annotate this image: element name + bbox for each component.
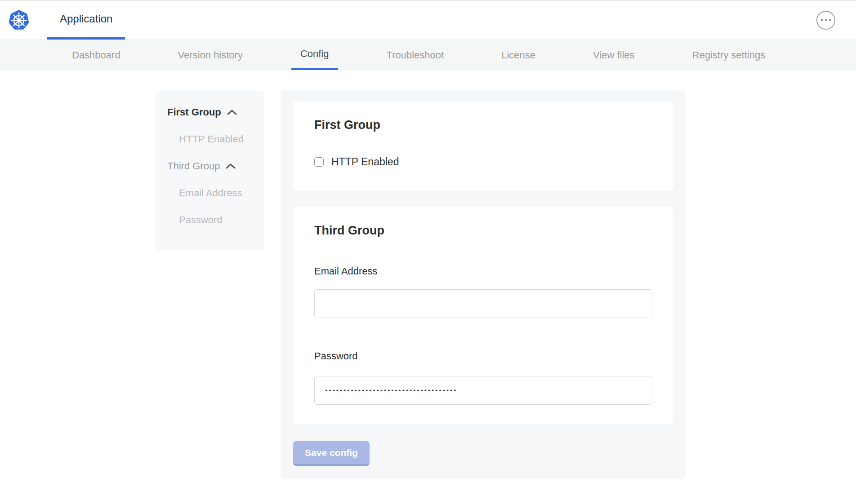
app-tab-label: Application (60, 13, 112, 25)
group-title: First Group (314, 118, 652, 132)
sidebar-group-third-group[interactable]: Third Group (155, 160, 264, 172)
more-options-button[interactable] (816, 11, 835, 30)
ellipsis-icon (829, 19, 831, 21)
kubernetes-logo-icon (8, 9, 30, 31)
email-address-input[interactable] (314, 289, 652, 318)
tab-troubleshoot[interactable]: Troubleshoot (378, 40, 453, 70)
app-header: Application (0, 0, 856, 40)
header-spacer (125, 0, 816, 40)
sidebar-item-label: Password (179, 214, 223, 226)
tab-label: Config (300, 48, 329, 60)
config-group-card-first-group: First Group HTTP Enabled (293, 101, 673, 191)
ellipsis-icon (821, 19, 823, 21)
config-group-card-third-group: Third Group Email Address Password (293, 207, 673, 424)
tab-label: Registry settings (692, 49, 766, 61)
tab-label: Version history (178, 49, 243, 61)
http-enabled-field: HTTP Enabled (314, 156, 652, 168)
sidebar-item-label: Email Address (179, 187, 242, 199)
email-address-label: Email Address (314, 265, 652, 277)
save-config-button[interactable]: Save config (293, 441, 370, 466)
password-label: Password (314, 350, 652, 362)
tab-license[interactable]: License (492, 40, 544, 70)
secondary-nav: Dashboard Version history Config Trouble… (0, 40, 856, 70)
chevron-up-icon (227, 110, 237, 115)
tab-label: License (501, 49, 535, 61)
http-enabled-label[interactable]: HTTP Enabled (331, 156, 399, 168)
tab-label: Dashboard (72, 49, 120, 61)
group-title: Third Group (314, 224, 652, 238)
tab-config[interactable]: Config (291, 40, 338, 70)
sidebar-group-first-group[interactable]: First Group (155, 106, 264, 118)
config-groups-sidebar: First Group HTTP Enabled Third Group Ema… (155, 90, 264, 251)
ellipsis-icon (825, 19, 827, 21)
tab-registry-settings[interactable]: Registry settings (683, 40, 775, 70)
sidebar-group-label: First Group (167, 106, 221, 118)
sidebar-group-label: Third Group (167, 160, 220, 172)
password-input[interactable] (314, 376, 652, 405)
tab-dashboard[interactable]: Dashboard (63, 40, 129, 70)
tab-view-files[interactable]: View files (584, 40, 644, 70)
config-panel: First Group HTTP Enabled Third Group Ema… (281, 90, 686, 479)
sidebar-item-label: HTTP Enabled (179, 133, 244, 145)
http-enabled-checkbox[interactable] (314, 157, 324, 167)
tab-label: Troubleshoot (387, 49, 444, 61)
kubernetes-logo[interactable] (8, 9, 30, 31)
sidebar-item-email-address[interactable]: Email Address (155, 187, 264, 199)
tab-version-history[interactable]: Version history (169, 40, 252, 70)
sidebar-item-http-enabled[interactable]: HTTP Enabled (155, 133, 264, 145)
tab-label: View files (593, 49, 635, 61)
chevron-up-icon (226, 164, 236, 169)
tab-application[interactable]: Application (47, 0, 125, 40)
sidebar-item-password[interactable]: Password (155, 214, 264, 226)
